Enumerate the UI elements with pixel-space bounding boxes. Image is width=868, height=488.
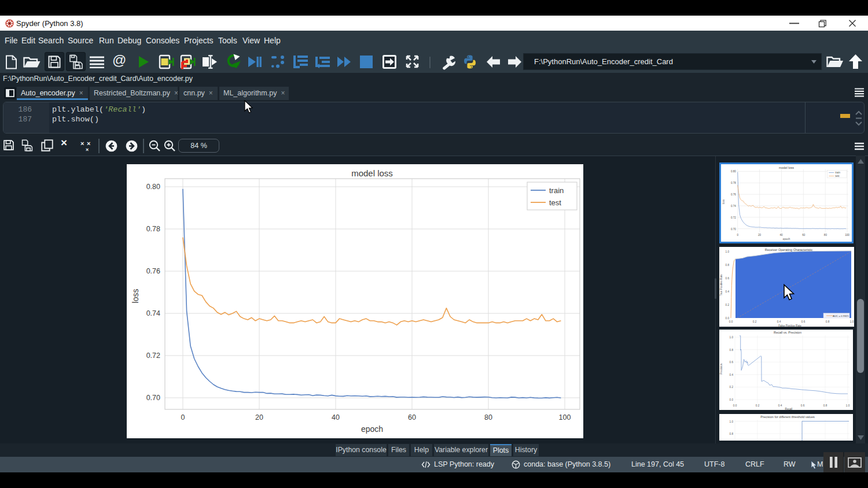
svg-text:loss: loss [131, 289, 140, 304]
svg-text:loss: loss [722, 199, 725, 204]
svg-text:20: 20 [255, 413, 263, 422]
svg-text:×: × [80, 141, 84, 147]
svg-text:0.78: 0.78 [731, 182, 736, 184]
svg-text:0.70: 0.70 [146, 394, 160, 402]
svg-text:0.74: 0.74 [731, 205, 736, 208]
svg-text:0.74: 0.74 [146, 309, 160, 317]
svg-text:0.72: 0.72 [146, 352, 160, 360]
svg-text:0.80: 0.80 [731, 170, 736, 173]
svg-text:×: × [87, 141, 90, 147]
svg-text:0.80: 0.80 [146, 183, 160, 191]
svg-text:0.72: 0.72 [731, 216, 736, 219]
svg-text:100: 100 [559, 413, 571, 422]
svg-text:80: 80 [824, 234, 827, 236]
svg-text:test: test [835, 175, 840, 178]
svg-text:20: 20 [758, 234, 762, 236]
svg-text:100: 100 [845, 234, 849, 236]
svg-text:60: 60 [408, 413, 416, 422]
svg-text:model loss: model loss [779, 166, 794, 169]
svg-text:40: 40 [332, 413, 340, 422]
svg-text:epoch: epoch [361, 424, 383, 434]
svg-text:60: 60 [802, 234, 806, 236]
svg-text:0: 0 [181, 413, 185, 422]
svg-text:epoch: epoch [783, 238, 790, 241]
svg-text:×: × [86, 147, 89, 152]
svg-text:80: 80 [484, 413, 492, 422]
svg-text:0.76: 0.76 [146, 267, 160, 275]
svg-text:0.78: 0.78 [146, 225, 160, 233]
svg-text:0.76: 0.76 [731, 193, 736, 196]
svg-text:test: test [549, 198, 561, 207]
svg-text:model loss: model loss [351, 168, 393, 178]
svg-text:40: 40 [780, 234, 784, 236]
svg-text:train: train [835, 171, 840, 174]
svg-text:0.70: 0.70 [731, 228, 736, 231]
svg-text:train: train [549, 186, 564, 195]
